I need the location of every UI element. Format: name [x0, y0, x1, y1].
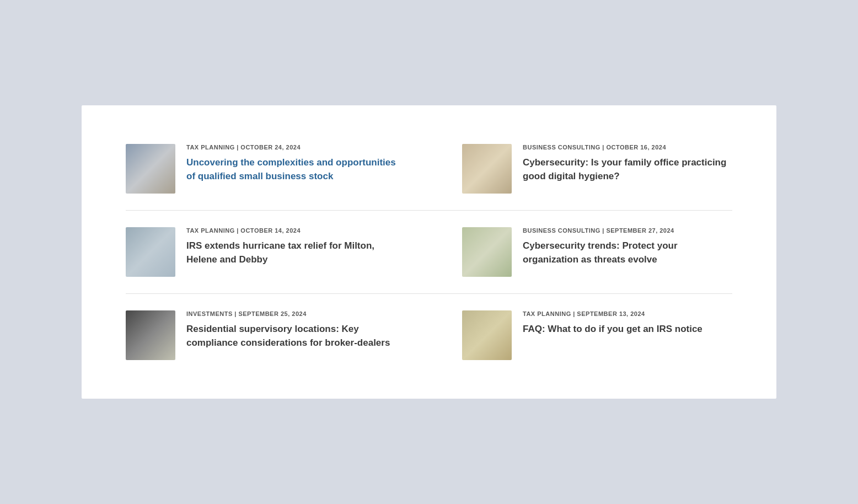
article-content-6: TAX PLANNING | SEPTEMBER 13, 2024FAQ: Wh…: [523, 310, 732, 336]
article-content-5: INVESTMENTS | SEPTEMBER 25, 2024Resident…: [186, 310, 396, 350]
article-title-2[interactable]: Cybersecurity: Is your family office pra…: [523, 156, 732, 183]
article-meta-4: BUSINESS CONSULTING | SEPTEMBER 27, 2024: [523, 227, 732, 234]
article-content-3: TAX PLANNING | OCTOBER 14, 2024IRS exten…: [186, 227, 396, 266]
article-content-1: TAX PLANNING | OCTOBER 24, 2024Uncoverin…: [186, 144, 396, 183]
article-meta-1: TAX PLANNING | OCTOBER 24, 2024: [186, 144, 396, 151]
article-meta-6: TAX PLANNING | SEPTEMBER 13, 2024: [523, 310, 732, 317]
article-image-4: [462, 227, 512, 277]
article-item-1[interactable]: TAX PLANNING | OCTOBER 24, 2024Uncoverin…: [126, 127, 429, 211]
article-title-5[interactable]: Residential supervisory locations: Key c…: [186, 323, 396, 350]
article-item-3[interactable]: TAX PLANNING | OCTOBER 14, 2024IRS exten…: [126, 211, 429, 294]
article-title-4[interactable]: Cybersecurity trends: Protect your organ…: [523, 239, 732, 266]
article-image-6: [462, 310, 512, 360]
article-item-2[interactable]: BUSINESS CONSULTING | OCTOBER 16, 2024Cy…: [429, 127, 732, 211]
article-content-2: BUSINESS CONSULTING | OCTOBER 16, 2024Cy…: [523, 144, 732, 183]
article-title-6[interactable]: FAQ: What to do if you get an IRS notice: [523, 323, 732, 336]
article-image-1: [126, 144, 175, 194]
article-item-4[interactable]: BUSINESS CONSULTING | SEPTEMBER 27, 2024…: [429, 211, 732, 294]
article-image-3: [126, 227, 175, 277]
article-title-1[interactable]: Uncovering the complexities and opportun…: [186, 156, 396, 183]
article-item-5[interactable]: INVESTMENTS | SEPTEMBER 25, 2024Resident…: [126, 294, 429, 366]
article-item-6[interactable]: TAX PLANNING | SEPTEMBER 13, 2024FAQ: Wh…: [429, 294, 732, 366]
article-image-5: [126, 310, 175, 360]
article-meta-5: INVESTMENTS | SEPTEMBER 25, 2024: [186, 310, 396, 317]
article-content-4: BUSINESS CONSULTING | SEPTEMBER 27, 2024…: [523, 227, 732, 266]
main-card: TAX PLANNING | OCTOBER 24, 2024Uncoverin…: [82, 105, 776, 399]
article-meta-3: TAX PLANNING | OCTOBER 14, 2024: [186, 227, 396, 234]
article-meta-2: BUSINESS CONSULTING | OCTOBER 16, 2024: [523, 144, 732, 151]
article-image-2: [462, 144, 512, 194]
article-title-3[interactable]: IRS extends hurricane tax relief for Mil…: [186, 239, 396, 266]
articles-grid: TAX PLANNING | OCTOBER 24, 2024Uncoverin…: [126, 127, 732, 366]
